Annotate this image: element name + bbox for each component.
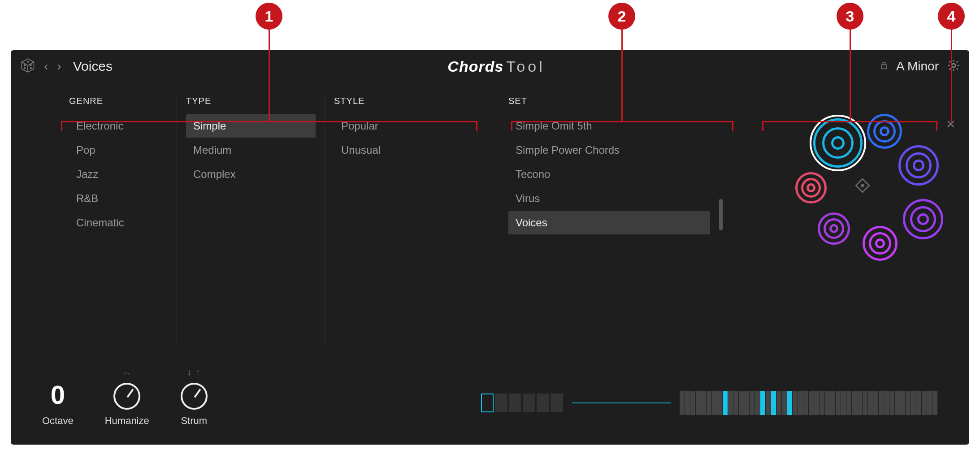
dice-icon[interactable] bbox=[20, 57, 36, 75]
set-item-simple-power-chords[interactable]: Simple Power Chords bbox=[508, 138, 710, 162]
piano-key[interactable] bbox=[750, 391, 755, 415]
piano-key[interactable] bbox=[760, 391, 766, 415]
piano-key[interactable] bbox=[863, 391, 868, 415]
piano-key[interactable] bbox=[895, 391, 900, 415]
piano-key[interactable] bbox=[755, 391, 760, 415]
chord-orbit-node[interactable] bbox=[867, 114, 902, 149]
piano-key[interactable] bbox=[733, 391, 739, 415]
piano-key[interactable] bbox=[744, 391, 750, 415]
chevron-up-icon: ︿ bbox=[123, 367, 131, 377]
set-item-virus[interactable]: Virus bbox=[508, 187, 710, 210]
seq-step-5[interactable] bbox=[537, 394, 549, 412]
chord-orbit-node[interactable] bbox=[903, 199, 943, 239]
style-item-unusual[interactable]: Unusual bbox=[334, 138, 464, 162]
app-title-chords: Chords bbox=[447, 58, 503, 75]
piano-key[interactable] bbox=[879, 391, 884, 415]
strum-knob[interactable] bbox=[181, 383, 208, 410]
piano-key[interactable] bbox=[717, 391, 723, 415]
piano-key[interactable] bbox=[685, 391, 690, 415]
piano-key[interactable] bbox=[771, 391, 776, 415]
piano-key[interactable] bbox=[852, 391, 857, 415]
genre-item-electronic[interactable]: Electronic bbox=[69, 114, 168, 138]
type-item-medium[interactable]: Medium bbox=[186, 138, 316, 162]
type-item-complex[interactable]: Complex bbox=[186, 163, 316, 186]
piano-key[interactable] bbox=[696, 391, 701, 415]
sequencer-steps[interactable] bbox=[481, 394, 563, 412]
piano-key[interactable] bbox=[889, 391, 895, 415]
seq-step-4[interactable] bbox=[523, 394, 535, 412]
piano-key[interactable] bbox=[900, 391, 906, 415]
chord-orbit-node[interactable] bbox=[795, 172, 827, 203]
piano-key[interactable] bbox=[830, 391, 836, 415]
piano-key[interactable] bbox=[798, 391, 803, 415]
genre-item-jazz[interactable]: Jazz bbox=[69, 163, 168, 186]
piano-key[interactable] bbox=[825, 391, 830, 415]
piano-key[interactable] bbox=[857, 391, 863, 415]
seq-step-2[interactable] bbox=[495, 394, 507, 412]
app-title-tool: Tool bbox=[506, 58, 545, 75]
genre-item-cinematic[interactable]: Cinematic bbox=[69, 211, 168, 234]
seq-step-6[interactable] bbox=[551, 394, 563, 412]
set-item-tecono[interactable]: Tecono bbox=[508, 163, 710, 186]
piano-key[interactable] bbox=[814, 391, 820, 415]
piano-key[interactable] bbox=[836, 391, 841, 415]
chords-tool-panel: ‹ › Voices ChordsTool A Minor ✕ GENRE El… bbox=[11, 50, 969, 445]
piano-key[interactable] bbox=[793, 391, 798, 415]
piano-key[interactable] bbox=[803, 391, 809, 415]
chord-orbit-node[interactable] bbox=[813, 118, 863, 168]
set-item-simple-omit-5th[interactable]: Simple Omit 5th bbox=[508, 114, 710, 138]
piano-key[interactable] bbox=[820, 391, 825, 415]
piano-key[interactable] bbox=[701, 391, 707, 415]
chord-orbit-node[interactable] bbox=[898, 145, 939, 186]
gear-icon[interactable] bbox=[947, 59, 960, 74]
chord-orbit-node[interactable] bbox=[863, 226, 898, 261]
piano-key[interactable] bbox=[728, 391, 733, 415]
piano-key[interactable] bbox=[922, 391, 927, 415]
piano-key[interactable] bbox=[932, 391, 938, 415]
piano-key[interactable] bbox=[846, 391, 852, 415]
genre-item-pop[interactable]: Pop bbox=[69, 138, 168, 162]
set-item-voices[interactable]: Voices bbox=[508, 211, 710, 234]
key-label[interactable]: A Minor bbox=[896, 59, 939, 74]
piano-key[interactable] bbox=[873, 391, 879, 415]
piano-key[interactable] bbox=[911, 391, 916, 415]
piano-key[interactable] bbox=[776, 391, 782, 415]
humanize-knob[interactable] bbox=[113, 383, 140, 410]
humanize-control[interactable]: ︿ Humanize bbox=[105, 367, 149, 427]
app-title: ChordsTool bbox=[120, 58, 873, 75]
piano-key[interactable] bbox=[690, 391, 696, 415]
style-item-popular[interactable]: Popular bbox=[334, 114, 464, 138]
piano-key[interactable] bbox=[809, 391, 814, 415]
seq-step-3[interactable] bbox=[509, 394, 521, 412]
piano-key[interactable] bbox=[787, 391, 793, 415]
piano-key[interactable] bbox=[782, 391, 787, 415]
nav-forward-button[interactable]: › bbox=[56, 59, 62, 74]
seq-step-1[interactable] bbox=[481, 394, 494, 412]
piano-key[interactable] bbox=[868, 391, 873, 415]
piano-key[interactable] bbox=[723, 391, 728, 415]
set-heading: SET bbox=[508, 96, 710, 106]
humanize-label: Humanize bbox=[105, 415, 149, 427]
octave-control[interactable]: 0 Octave bbox=[42, 380, 74, 427]
type-item-simple[interactable]: Simple bbox=[186, 114, 316, 138]
strum-control[interactable]: ↓ ↑ Strum bbox=[181, 367, 208, 427]
piano-key[interactable] bbox=[884, 391, 889, 415]
piano-key[interactable] bbox=[707, 391, 712, 415]
column-type: TYPE Simple Medium Complex bbox=[177, 96, 325, 346]
svg-point-6 bbox=[952, 64, 955, 67]
lock-icon[interactable] bbox=[880, 61, 888, 72]
callout-2: 2 bbox=[608, 3, 635, 30]
chord-orbit-node[interactable] bbox=[818, 212, 850, 245]
piano-key[interactable] bbox=[680, 391, 685, 415]
piano-key[interactable] bbox=[712, 391, 717, 415]
piano-key[interactable] bbox=[739, 391, 744, 415]
piano-key[interactable] bbox=[841, 391, 846, 415]
piano-key[interactable] bbox=[766, 391, 771, 415]
strum-label: Strum bbox=[181, 415, 207, 427]
piano-key[interactable] bbox=[906, 391, 911, 415]
piano-overview[interactable] bbox=[680, 391, 938, 415]
piano-key[interactable] bbox=[927, 391, 932, 415]
piano-key[interactable] bbox=[916, 391, 922, 415]
nav-back-button[interactable]: ‹ bbox=[43, 59, 49, 74]
genre-item-rnb[interactable]: R&B bbox=[69, 187, 168, 210]
